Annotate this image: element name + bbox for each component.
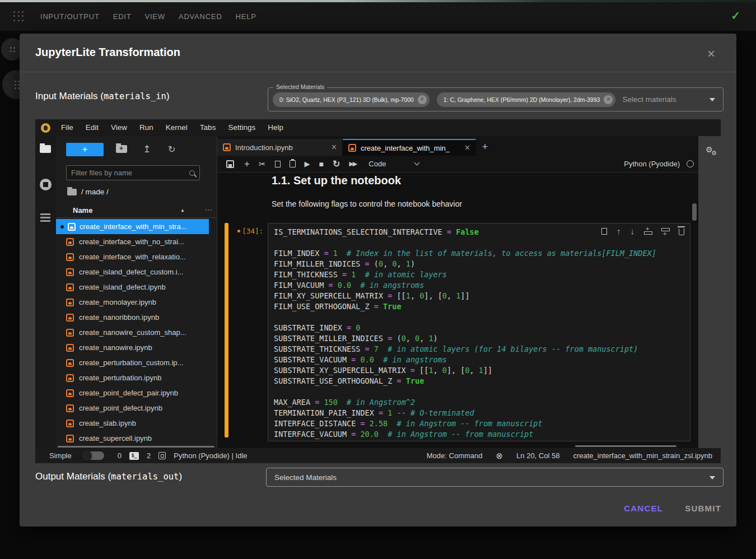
new-tab-button[interactable]: + xyxy=(476,139,494,156)
selected-materials-field[interactable]: Selected Materials 0: SiO2, Quartz, HEX … xyxy=(268,87,724,111)
jupyterlab-panel: FileEditViewRunKernelTabsSettingsHelp + … xyxy=(35,119,721,463)
insert-cell-above-icon[interactable] xyxy=(644,228,652,235)
settings-gears-icon[interactable]: ⚙ ⚙ xyxy=(706,145,720,160)
upload-icon[interactable]: ↥ xyxy=(143,143,151,155)
name-column-header[interactable]: Name xyxy=(73,206,92,215)
file-item[interactable]: create_nanoribbon.ipynb xyxy=(56,310,209,325)
move-cell-up-icon[interactable]: ↑ xyxy=(617,226,621,236)
simple-mode-toggle[interactable] xyxy=(82,451,104,460)
file-filter-input[interactable] xyxy=(71,169,189,177)
file-item[interactable]: create_supercell.ipynb xyxy=(56,431,209,446)
cursor-position[interactable]: Ln 20, Col 58 xyxy=(516,451,559,460)
chip-delete-icon[interactable]: × xyxy=(418,95,427,104)
copy-icon[interactable] xyxy=(275,161,281,167)
kernel-status-text[interactable]: Python (Pyodide) | Idle xyxy=(174,451,247,460)
cell-type-select[interactable]: Code xyxy=(368,160,386,168)
file-item[interactable]: create_interface_with_relaxatio... xyxy=(56,249,209,264)
file-name: create_slab.ipynb xyxy=(79,419,136,427)
menu-view[interactable]: VIEW xyxy=(144,12,165,21)
trust-shield-icon[interactable]: ⊗ xyxy=(496,451,503,461)
save-icon[interactable] xyxy=(226,160,234,168)
kernel-chip-icon[interactable] xyxy=(158,452,166,459)
chip-delete-icon[interactable]: × xyxy=(604,95,613,104)
execution-count-label: [34]: xyxy=(242,227,263,235)
tab-introduction[interactable]: Introduction.ipynb × xyxy=(217,139,343,156)
sort-ascending-icon[interactable]: ▲ xyxy=(180,208,185,213)
new-folder-icon[interactable] xyxy=(116,145,127,153)
select-materials-placeholder[interactable]: Select materials xyxy=(622,95,676,104)
material-chip[interactable]: 0: SiO2, Quartz, HEX (P3_121) 3D (Bulk),… xyxy=(273,92,430,107)
vertical-scrollbar[interactable] xyxy=(692,203,697,221)
tab-create-interface[interactable]: create_interface_with_min_ × xyxy=(343,139,476,156)
menu-advanced[interactable]: ADVANCED xyxy=(179,12,222,21)
file-item[interactable]: create_perturbation_custom.ip... xyxy=(56,355,209,370)
confirm-check-icon[interactable]: ✓ xyxy=(731,9,740,22)
file-item[interactable]: create_island_defect.ipynb xyxy=(56,280,209,295)
restart-run-all-icon[interactable]: ▶▶ xyxy=(349,160,356,167)
output-materials-select[interactable]: Selected Materials xyxy=(266,468,724,487)
file-item[interactable]: create_island_defect_custom.i... xyxy=(56,264,209,280)
menu-edit[interactable]: EDIT xyxy=(113,12,132,21)
insert-cell-below-icon[interactable] xyxy=(661,228,669,235)
submit-button[interactable]: SUBMIT xyxy=(685,504,721,513)
delete-cell-icon[interactable] xyxy=(679,229,684,235)
file-item[interactable]: create_interface_with_no_strai... xyxy=(56,234,209,249)
stop-icon[interactable]: ■ xyxy=(319,160,324,169)
move-cell-down-icon[interactable]: ↓ xyxy=(631,226,635,236)
file-item[interactable]: create_perturbation.ipynb xyxy=(56,370,209,385)
breadcrumb[interactable]: / made / xyxy=(67,188,109,196)
horizontal-scrollbar[interactable] xyxy=(575,445,676,447)
file-item[interactable]: create_nanowire_custom_shap... xyxy=(56,325,209,340)
chevron-down-icon[interactable] xyxy=(710,98,715,101)
close-icon[interactable]: × xyxy=(707,47,715,60)
jupyter-menu-settings[interactable]: Settings xyxy=(222,119,262,136)
more-options-icon[interactable]: ⋯ xyxy=(205,206,213,214)
jupyter-menu-view[interactable]: View xyxy=(105,119,133,136)
jupyter-menu-kernel[interactable]: Kernel xyxy=(160,119,194,136)
chevron-down-icon[interactable] xyxy=(414,160,420,166)
insert-cell-icon[interactable]: + xyxy=(244,159,250,170)
jupyter-menu-run[interactable]: Run xyxy=(133,119,160,136)
kernels-count[interactable]: 2 xyxy=(147,451,151,460)
running-kernels-icon[interactable] xyxy=(40,179,52,190)
jupyter-menu-edit[interactable]: Edit xyxy=(80,119,105,136)
file-item[interactable]: create_point_defect_pair.ipynb xyxy=(56,385,209,400)
material-chip[interactable]: 1: C, Graphene, HEX (P6/mmm) 2D (Monolay… xyxy=(437,92,616,107)
execution-count: [34]: xyxy=(225,227,263,235)
search-icon[interactable] xyxy=(189,170,195,176)
terminal-icon[interactable]: $_ xyxy=(129,452,139,460)
kernel-status-icon[interactable] xyxy=(687,160,694,167)
terminals-count[interactable]: 0 xyxy=(118,451,122,460)
cancel-button[interactable]: CANCEL xyxy=(624,504,663,513)
file-name: create_nanowire_custom_shap... xyxy=(79,328,186,337)
jupyter-menu-tabs[interactable]: Tabs xyxy=(194,119,222,136)
new-launcher-button[interactable]: + xyxy=(66,143,104,156)
run-icon[interactable]: ▶ xyxy=(305,160,310,168)
command-mode-indicator[interactable]: Mode: Command xyxy=(427,451,483,460)
paste-icon[interactable] xyxy=(290,160,296,167)
code-cell-editor[interactable]: IS_TERMINATIONS_SELECTION_INTERACTIVE = … xyxy=(268,223,690,441)
cut-icon[interactable]: ✂ xyxy=(259,159,266,169)
file-item[interactable]: create_nanowire.ipynb xyxy=(56,340,209,355)
duplicate-cell-icon[interactable] xyxy=(601,228,607,235)
file-browser-icon[interactable] xyxy=(40,145,51,153)
refresh-icon[interactable]: ↻ xyxy=(168,144,175,155)
kernel-name[interactable]: Python (Pyodide) xyxy=(624,160,680,168)
horizontal-scrollbar[interactable] xyxy=(58,446,214,448)
menu-help[interactable]: HELP xyxy=(236,12,256,21)
close-icon[interactable]: × xyxy=(332,143,337,151)
file-list-header[interactable]: Name ▲ ⋯ xyxy=(56,204,217,218)
file-item[interactable]: create_monolayer.ipynb xyxy=(56,295,209,310)
file-item[interactable]: create_point_defect.ipynb xyxy=(56,400,209,416)
jupyter-menu-help[interactable]: Help xyxy=(262,119,290,136)
file-item[interactable]: create_interface_with_min_stra... xyxy=(56,219,209,234)
app-grid-icon[interactable] xyxy=(13,11,25,22)
active-cell-marker[interactable] xyxy=(225,223,228,437)
close-icon[interactable]: × xyxy=(465,144,470,152)
menu-input-output[interactable]: INPUT/OUTPUT xyxy=(40,12,100,21)
file-item[interactable]: create_slab.ipynb xyxy=(56,416,209,431)
restart-kernel-icon[interactable]: ↻ xyxy=(333,159,340,169)
jupyter-menu-file[interactable]: File xyxy=(55,119,80,136)
file-name: create_interface_with_relaxatio... xyxy=(79,253,186,261)
table-of-contents-icon[interactable] xyxy=(40,213,50,215)
